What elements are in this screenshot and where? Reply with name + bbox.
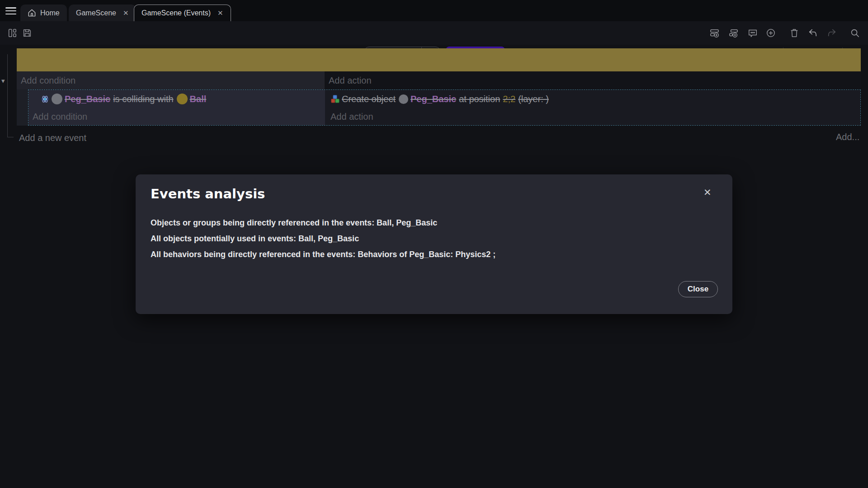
actions-column: Create object Peg_Basic at position 2;2 … [325, 90, 860, 125]
object-thumbnail [52, 94, 62, 104]
action-row[interactable]: Create object Peg_Basic at position 2;2 … [325, 90, 860, 108]
save-icon[interactable] [22, 28, 32, 38]
menu-icon[interactable] [5, 7, 16, 14]
object-name: Peg_Basic [410, 94, 456, 104]
redo-icon[interactable] [827, 28, 837, 38]
add-more-events-icon[interactable] [766, 28, 776, 38]
close-icon[interactable]: ✕ [123, 9, 129, 17]
close-icon[interactable]: ✕ [217, 9, 223, 17]
home-icon [28, 9, 36, 17]
tab-gamescene-events[interactable]: GameScene (Events) ✕ [134, 5, 231, 21]
undo-icon[interactable] [808, 28, 818, 38]
action-sentence: Create object Peg_Basic at position 2;2 … [342, 94, 549, 104]
object-thumbnail [177, 94, 188, 104]
event-conditions-cell: Add condition [17, 71, 325, 89]
analysis-line: Objects or groups being directly referen… [151, 215, 693, 231]
conditions-column: Peg_Basic is colliding with Ball Add con… [28, 90, 325, 125]
condition-row[interactable]: Peg_Basic is colliding with Ball [28, 90, 325, 108]
tab-label: GameScene [76, 9, 116, 17]
event-tree-line [7, 137, 14, 137]
tab-label: Home [40, 9, 60, 17]
close-icon[interactable]: ✕ [702, 185, 713, 200]
event-actions-cell: Add action [325, 71, 861, 89]
add-new-event-link[interactable]: Add a new event [19, 133, 86, 143]
selected-event-bar[interactable] [17, 48, 861, 71]
position-parameter: 2;2 [503, 94, 515, 104]
dialog-body: Objects or groups being directly referen… [151, 215, 693, 263]
close-button[interactable]: Close [678, 281, 718, 297]
add-action-link[interactable]: Add action [325, 71, 861, 89]
action-middle: at position [459, 94, 500, 104]
delete-icon[interactable] [789, 28, 799, 38]
tab-bar: Home GameScene ✕ GameScene (Events) ✕ [0, 0, 868, 21]
layout-panels-icon[interactable] [7, 28, 17, 38]
add-condition-link[interactable]: Add condition [17, 71, 325, 89]
toolbar: Preview ▾ Publish [0, 21, 868, 45]
events-analysis-dialog: Events analysis ✕ Objects or groups bein… [136, 174, 732, 314]
add-event-icon[interactable] [710, 28, 720, 38]
object-name: Ball [190, 94, 207, 104]
object-name: Peg_Basic [65, 94, 110, 104]
create-object-icon [330, 94, 340, 103]
object-thumbnail [399, 94, 408, 104]
collapse-arrow-icon[interactable]: ▾ [1, 77, 5, 85]
add-more-link[interactable]: Add... [836, 132, 859, 142]
action-suffix: (layer: ) [518, 94, 549, 104]
tab-gamescene[interactable]: GameScene ✕ [69, 5, 136, 21]
add-condition-link[interactable]: Add condition [28, 108, 325, 125]
add-comment-icon[interactable] [748, 28, 758, 38]
selected-disabled-event[interactable]: Peg_Basic is colliding with Ball Add con… [28, 89, 861, 126]
tab-home[interactable]: Home [20, 5, 67, 21]
condition-verb: is colliding with [113, 94, 173, 104]
physics-behavior-icon [40, 94, 50, 104]
event-tree-line [7, 54, 8, 137]
tab-label: GameScene (Events) [142, 9, 211, 17]
add-action-link[interactable]: Add action [325, 108, 860, 125]
action-prefix: Create object [342, 94, 396, 104]
event-left-strip [17, 89, 28, 126]
analysis-line: All objects potentially used in events: … [151, 231, 693, 247]
search-icon[interactable] [850, 28, 860, 38]
condition-sentence: Peg_Basic is colliding with Ball [51, 94, 206, 104]
dialog-title: Events analysis [151, 186, 265, 202]
add-subevent-icon[interactable] [729, 28, 739, 38]
analysis-line: All behaviors being directly referenced … [151, 247, 693, 263]
